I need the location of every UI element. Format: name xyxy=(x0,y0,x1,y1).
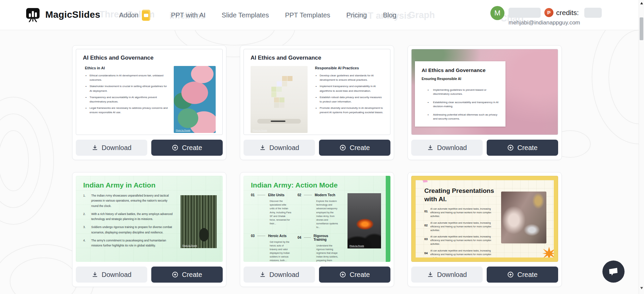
list-number: 01 xyxy=(424,207,428,218)
brand-logo[interactable]: MagicSlides xyxy=(25,7,100,22)
slide-title: Creating Presentations with AI. xyxy=(424,187,501,203)
list-number: 03 xyxy=(424,235,428,246)
slide-preview[interactable]: Creating Presentations with AI. 01AI can… xyxy=(411,176,558,262)
slide-title: AI Ethics and Governance xyxy=(83,55,216,61)
list-text: The Indian Army showcases unparalleled b… xyxy=(91,193,173,209)
credits-placeholder-box xyxy=(508,8,541,18)
slide-preview[interactable]: Indian Army in Action 1.The Indian Army … xyxy=(76,176,223,262)
scroll-down-arrow[interactable] xyxy=(640,287,643,289)
list-text: AI can automate repetitive and mundane t… xyxy=(430,221,494,232)
download-icon xyxy=(92,144,98,151)
create-button[interactable]: Create xyxy=(151,267,223,283)
create-button[interactable]: Create xyxy=(487,267,558,283)
nav-addon-label: Addon xyxy=(119,11,139,19)
scrollbar-thumb[interactable] xyxy=(640,17,643,40)
slide-photo-abstract-blobs: Photo by Pexels xyxy=(174,66,216,133)
scroll-up-arrow[interactable] xyxy=(640,2,643,4)
section-text: Get inspired by the heroic acts of brave… xyxy=(251,240,291,262)
slide-text-panel: AI Ethics and Governance Ensuring Respon… xyxy=(415,61,505,127)
list-text: The army's commitment to peacekeeping an… xyxy=(91,238,173,248)
user-avatar[interactable]: M xyxy=(490,6,504,20)
create-button[interactable]: Create xyxy=(319,140,390,156)
download-icon xyxy=(427,144,434,151)
download-button[interactable]: Download xyxy=(76,267,147,283)
create-label: Create xyxy=(517,271,537,279)
plus-circle-icon xyxy=(172,271,178,278)
download-icon xyxy=(259,271,266,278)
create-label: Create xyxy=(350,144,370,152)
create-button[interactable]: Create xyxy=(487,140,558,156)
download-button[interactable]: Download xyxy=(411,267,483,283)
section-text: Discover the specialized elite units of … xyxy=(251,199,291,225)
create-label: Create xyxy=(517,144,537,152)
credits-count-placeholder-box xyxy=(584,8,602,18)
slide-bullet: Stakeholder involvement is crucial in se… xyxy=(85,84,168,93)
photo-credit: Photo by Pexels xyxy=(176,129,190,131)
slide-heading: Responsible AI Practices xyxy=(315,66,383,70)
create-label: Create xyxy=(350,271,370,279)
slide-bullet: Promote diversity and inclusivity in AI … xyxy=(315,106,383,115)
list-text: AI can automate repetitive and mundane t… xyxy=(430,207,494,218)
section-number: 03 xyxy=(251,234,255,238)
list-text: With a rich history of valiant battles, … xyxy=(91,212,173,222)
section-name: Heroic Acts xyxy=(268,234,286,238)
section-number: 02 xyxy=(298,193,301,197)
create-button[interactable]: Create xyxy=(151,140,223,156)
nav-pricing[interactable]: Pricing xyxy=(346,11,367,19)
slide-photo-pastel-blocks: Photo by Pexels xyxy=(251,66,308,133)
download-label: Download xyxy=(102,144,131,152)
list-number: 4. xyxy=(83,238,88,248)
plus-circle-icon xyxy=(339,271,346,278)
slide-photo-child-market xyxy=(501,192,546,243)
slide-bullet: Legal frameworks are necessary to addres… xyxy=(85,106,168,115)
slide-bullet: Transparency and accountability in AI al… xyxy=(85,95,168,104)
template-card: AI Ethics and Governance Ethics in AI Et… xyxy=(72,45,226,160)
download-button[interactable]: Download xyxy=(411,140,483,156)
create-button[interactable]: Create xyxy=(319,267,390,283)
plus-circle-icon xyxy=(507,271,514,278)
slide-bullet: Establish robust data privacy and securi… xyxy=(315,95,383,104)
list-text: AI can automate repetitive and mundane t… xyxy=(430,235,494,246)
slide-photo-soldier-forest: Photo by Pexels xyxy=(180,195,217,248)
slide-bullet: Develop clear guidelines and standards f… xyxy=(315,73,383,82)
vertical-scrollbar[interactable] xyxy=(639,0,644,294)
section-name: Elite Units xyxy=(268,193,284,197)
template-card: AI Ethics and Governance Ensuring Respon… xyxy=(408,45,562,160)
download-button[interactable]: Download xyxy=(244,140,315,156)
photo-credit: Photo by Pexels xyxy=(182,244,197,246)
plus-circle-icon xyxy=(172,144,178,151)
slide-preview[interactable]: AI Ethics and Governance Ethics in AI Et… xyxy=(76,49,223,135)
chat-widget-button[interactable] xyxy=(602,261,625,283)
download-icon xyxy=(259,144,266,151)
plus-circle-icon xyxy=(339,144,346,151)
slide-heading: Ensuring Responsible AI xyxy=(422,77,499,81)
slide-heading: Ethics in AI xyxy=(85,66,168,70)
slide-section-grid: 01Elite Units Discover the specialized e… xyxy=(251,193,338,262)
nav-ppt-with-ai[interactable]: PPT with AI xyxy=(171,11,206,19)
credits-label: credits: xyxy=(556,9,579,17)
slide-preview[interactable]: AI Ethics and Governance Photo by Pexels… xyxy=(244,49,390,135)
slide-title: AI Ethics and Governance xyxy=(422,67,499,73)
photo-credit: Photo by Pexels xyxy=(350,245,364,247)
nav-slide-templates[interactable]: Slide Templates xyxy=(222,11,269,19)
download-button[interactable]: Download xyxy=(76,140,147,156)
top-navigation-bar: Three Colum imelines SWOT analysis Graph… xyxy=(0,0,639,30)
powerpoint-icon: P xyxy=(544,8,553,17)
section-text: Understand the rigorous training regimen… xyxy=(298,244,338,262)
download-button[interactable]: Download xyxy=(244,267,315,283)
template-card: Indian Army: Action Mode 01Elite Units D… xyxy=(240,172,394,287)
download-label: Download xyxy=(269,271,299,279)
nav-addon[interactable]: Addon xyxy=(119,10,150,21)
slide-title: AI Ethics and Governance xyxy=(251,55,383,61)
nav-blog[interactable]: Blog xyxy=(383,11,396,19)
slide-preview[interactable]: Indian Army: Action Mode 01Elite Units D… xyxy=(244,176,390,262)
brand-name: MagicSlides xyxy=(45,9,100,20)
slide-bullet-list: Implementing guidelines to prevent biase… xyxy=(422,88,499,121)
slide-bullet: Addressing potential ethical dilemmas su… xyxy=(428,113,499,121)
list-number: 02 xyxy=(424,221,428,232)
google-slides-icon xyxy=(142,10,150,21)
slide-bullet: Establishing clear accountability and tr… xyxy=(428,100,499,108)
nav-ppt-templates[interactable]: PPT Templates xyxy=(285,11,330,19)
slide-preview[interactable]: AI Ethics and Governance Ensuring Respon… xyxy=(411,49,558,135)
section-text: Explore the modern technology and advanc… xyxy=(298,199,338,229)
